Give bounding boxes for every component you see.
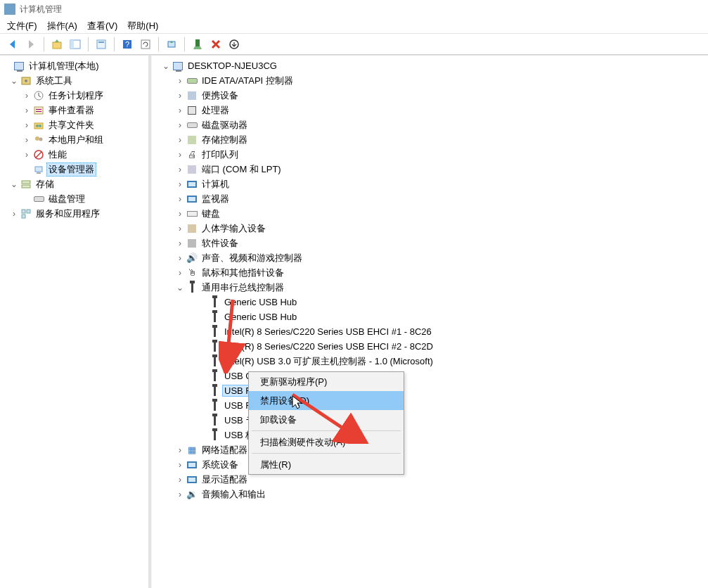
cat-display[interactable]: ›显示适配器 — [153, 472, 707, 487]
node-system-tools[interactable]: ⌄系统工具 — [1, 73, 147, 88]
expander-icon[interactable]: ⌄ — [174, 283, 186, 293]
disable-button[interactable] — [207, 36, 224, 53]
show-hide-tree-button[interactable] — [67, 36, 84, 53]
cat-software-dev[interactable]: ›软件设备 — [153, 236, 707, 250]
expander-icon[interactable]: › — [174, 120, 186, 130]
update-driver-button[interactable] — [163, 36, 180, 53]
node-shared-folders[interactable]: ›共享文件夹 — [1, 117, 147, 132]
cat-computers[interactable]: ›计算机 — [153, 177, 707, 191]
expander-icon[interactable]: › — [174, 490, 186, 499]
expander-icon[interactable]: › — [174, 150, 186, 160]
node-services-apps[interactable]: ›服务和应用程序 — [1, 206, 147, 221]
enable-button[interactable] — [189, 36, 206, 53]
refresh-button[interactable] — [137, 36, 154, 53]
cat-storage-ctrl[interactable]: ›存储控制器 — [153, 132, 707, 147]
nav-tree[interactable]: 计算机管理(本地) ⌄系统工具 ›任务计划程序 ›事件查看器 ›共享文件夹 ›本… — [0, 56, 151, 588]
expander-icon[interactable]: ⌄ — [8, 76, 20, 86]
cat-sys-dev[interactable]: ›系统设备 — [153, 457, 707, 472]
cat-usb-ctrl[interactable]: ⌄通用串行总线控制器 — [153, 280, 707, 295]
expander-icon[interactable]: › — [21, 135, 32, 145]
svg-rect-0 — [53, 42, 61, 49]
device-tree-pane[interactable]: ⌄DESKTOP-NJEU3CG ›IDE ATA/ATAPI 控制器 ›便携设… — [151, 56, 708, 588]
cat-audio-in[interactable]: ›🔉音频输入和输出 — [153, 487, 707, 501]
cat-ports[interactable]: ›端口 (COM 和 LPT) — [153, 162, 707, 177]
expander-icon[interactable]: › — [174, 194, 186, 204]
ctx-update-driver[interactable]: 更新驱动程序(P) — [249, 372, 404, 391]
expander-icon[interactable]: › — [21, 120, 32, 130]
cat-mouse[interactable]: ›🖱鼠标和其他指针设备 — [153, 265, 707, 280]
cat-net[interactable]: ›▦网络适配器 — [153, 442, 707, 457]
expander-icon[interactable]: › — [174, 91, 186, 101]
ctx-properties[interactable]: 属性(R) — [249, 455, 404, 474]
expander-icon[interactable]: › — [174, 106, 186, 115]
usb-hub2[interactable]: Generic USB Hub — [153, 309, 707, 324]
usb-f[interactable]: USB F — [153, 398, 707, 413]
node-performance[interactable]: ›性能 — [1, 147, 147, 162]
usb-intel2[interactable]: Intel(R) 8 Series/C220 Series USB EHCI #… — [153, 339, 707, 354]
back-button[interactable] — [4, 36, 21, 53]
cat-disk-drives[interactable]: ›磁盘驱动器 — [153, 117, 707, 132]
expander-icon[interactable]: › — [21, 106, 32, 115]
menu-file[interactable]: 文件(F) — [7, 20, 37, 32]
menu-action[interactable]: 操作(A) — [47, 20, 77, 32]
ctx-separator — [252, 453, 401, 454]
device-root[interactable]: ⌄DESKTOP-NJEU3CG — [153, 58, 707, 73]
expander-icon[interactable]: › — [21, 150, 32, 160]
toolbar-sep — [114, 37, 115, 51]
expander-icon[interactable]: › — [174, 135, 186, 145]
expander-icon[interactable]: › — [174, 224, 186, 234]
cat-keyboards[interactable]: ›键盘 — [153, 206, 707, 221]
cat-ide[interactable]: ›IDE ATA/ATAPI 控制器 — [153, 73, 707, 88]
expander-icon[interactable]: › — [174, 253, 186, 263]
up-button[interactable] — [49, 36, 65, 53]
node-local-users[interactable]: ›本地用户和组 — [1, 132, 147, 147]
ctx-scan-hardware[interactable]: 扫描检测硬件改动(A) — [249, 433, 404, 452]
ctx-disable-device[interactable]: 禁用设备(D) — [249, 391, 404, 410]
toolbar: ? — [0, 34, 708, 55]
expander-icon[interactable]: ⌄ — [160, 61, 172, 71]
expander-icon[interactable]: ⌄ — [8, 179, 20, 189]
node-task-scheduler[interactable]: ›任务计划程序 — [1, 88, 147, 103]
cat-monitors[interactable]: ›监视器 — [153, 191, 707, 206]
expander-icon[interactable]: › — [174, 165, 186, 174]
uninstall-button[interactable] — [226, 36, 243, 53]
menu-help[interactable]: 帮助(H) — [127, 20, 158, 32]
usb-root-hub[interactable]: USB Root Hub — [153, 383, 707, 398]
usb-hub1[interactable]: Generic USB Hub — [153, 295, 707, 309]
usb-k[interactable]: USB 朼 — [153, 428, 707, 442]
cat-portable[interactable]: ›便携设备 — [153, 88, 707, 103]
expander-icon[interactable]: › — [21, 91, 32, 101]
svg-rect-14 — [34, 107, 43, 114]
properties-button[interactable] — [93, 36, 110, 53]
menu-view[interactable]: 查看(V) — [87, 20, 117, 32]
expander-icon[interactable]: › — [174, 209, 186, 219]
svg-rect-28 — [27, 210, 30, 213]
expander-icon[interactable]: › — [174, 179, 186, 189]
expander-icon[interactable]: › — [8, 209, 20, 219]
expander-icon[interactable]: › — [174, 76, 186, 86]
expander-icon[interactable]: › — [174, 445, 186, 455]
usb-intel1[interactable]: Intel(R) 8 Series/C220 Series USB EHCI #… — [153, 324, 707, 339]
node-storage[interactable]: ⌄存储 — [1, 177, 147, 191]
node-disk-management[interactable]: 磁盘管理 — [1, 191, 147, 206]
node-device-manager[interactable]: 设备管理器 — [1, 162, 147, 177]
cat-hid[interactable]: ›人体学输入设备 — [153, 221, 707, 236]
ctx-uninstall-device[interactable]: 卸载设备 — [249, 410, 404, 429]
usb-composite[interactable]: USB Composite Device — [153, 369, 707, 383]
expander-icon[interactable]: › — [174, 238, 186, 248]
usb-j[interactable]: USB ラ — [153, 413, 707, 428]
expander-icon[interactable]: › — [174, 268, 186, 278]
forward-button[interactable] — [22, 36, 39, 53]
svg-text:?: ? — [125, 40, 129, 49]
node-root[interactable]: 计算机管理(本地) — [1, 58, 147, 73]
node-event-viewer[interactable]: ›事件查看器 — [1, 103, 147, 117]
expander-icon[interactable]: › — [174, 475, 186, 485]
cat-print-queues[interactable]: ›🖨打印队列 — [153, 147, 707, 162]
help-button[interactable]: ? — [119, 36, 136, 53]
window-title: 计算机管理 — [20, 4, 62, 15]
cat-sound[interactable]: ›🔊声音、视频和游戏控制器 — [153, 250, 707, 265]
usb-intel3[interactable]: Intel(R) USB 3.0 可扩展主机控制器 - 1.0 (Microso… — [153, 354, 707, 369]
expander-icon[interactable]: › — [174, 460, 186, 470]
svg-rect-4 — [98, 41, 104, 43]
cat-cpu[interactable]: ›处理器 — [153, 103, 707, 117]
